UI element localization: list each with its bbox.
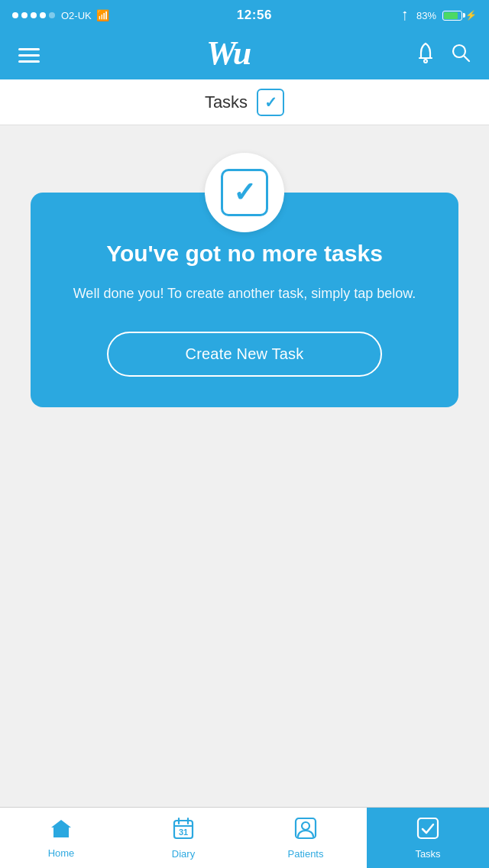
svg-text:Wu: Wu: [206, 34, 251, 70]
card-big-checkmark: ✓: [233, 179, 256, 206]
tab-tasks-label: Tasks: [415, 848, 440, 860]
svg-point-11: [302, 822, 309, 830]
status-right: ⭡ 83% ⚡: [400, 9, 477, 21]
notification-icon[interactable]: [416, 42, 436, 68]
main-content: ✓ You've got no more tasks Well done you…: [0, 125, 489, 807]
nav-right-icons: [416, 42, 471, 68]
tab-bar: Home 31 Diary Patients: [0, 807, 489, 868]
card-icon-circle: ✓: [205, 153, 284, 232]
diary-icon: 31: [173, 817, 194, 845]
create-new-task-button[interactable]: Create New Task: [107, 332, 382, 377]
app-logo: Wu: [205, 34, 251, 76]
status-bar: O2-UK 📶 12:56 ⭡ 83% ⚡: [0, 0, 489, 31]
tab-patients[interactable]: Patients: [244, 808, 367, 868]
page-title-checkbox-icon: ✓: [257, 89, 284, 116]
patients-icon: [294, 817, 317, 845]
svg-rect-4: [58, 832, 64, 837]
status-left: O2-UK 📶: [12, 9, 109, 21]
card-big-checkbox: ✓: [221, 169, 268, 216]
logo-svg: Wu: [205, 34, 251, 70]
hamburger-line-1: [18, 48, 40, 50]
charging-bolt: ⚡: [465, 10, 477, 21]
signal-strength: [12, 12, 55, 18]
hamburger-menu-button[interactable]: [18, 48, 40, 63]
signal-dot-3: [31, 12, 37, 18]
tab-tasks[interactable]: Tasks: [367, 808, 489, 868]
tab-home[interactable]: Home: [0, 808, 122, 868]
bluetooth-icon: ⭡: [400, 9, 410, 21]
search-icon[interactable]: [451, 43, 471, 67]
svg-rect-12: [418, 818, 438, 838]
tasks-icon: [416, 817, 439, 845]
page-header: Tasks ✓: [0, 79, 489, 125]
nav-bar: Wu: [0, 31, 489, 79]
card-heading: You've got no more tasks: [106, 238, 383, 268]
hamburger-line-2: [18, 54, 40, 57]
carrier-label: O2-UK 📶: [61, 9, 109, 21]
signal-dot-4: [40, 12, 46, 18]
svg-text:31: 31: [179, 828, 188, 837]
tab-diary[interactable]: 31 Diary: [122, 808, 244, 868]
home-icon: [50, 818, 73, 844]
battery-percentage: 83%: [416, 10, 436, 21]
svg-point-1: [424, 60, 427, 63]
signal-dot-5: [49, 12, 55, 18]
status-time: 12:56: [237, 8, 272, 23]
battery-icon: ⚡: [442, 10, 477, 21]
hamburger-line-3: [18, 60, 40, 63]
signal-dot-2: [21, 12, 28, 18]
page-title: Tasks: [205, 92, 248, 112]
svg-line-3: [464, 56, 469, 61]
signal-dot-1: [12, 12, 18, 18]
tab-patients-label: Patients: [288, 848, 324, 860]
carrier-name: O2-UK: [61, 10, 92, 21]
tab-diary-label: Diary: [172, 848, 195, 860]
tab-home-label: Home: [48, 847, 75, 859]
card-subtext: Well done you! To create another task, s…: [73, 283, 416, 304]
wifi-icon: 📶: [96, 9, 109, 21]
empty-tasks-card: ✓ You've got no more tasks Well done you…: [31, 193, 458, 407]
checkmark-symbol: ✓: [264, 95, 277, 110]
